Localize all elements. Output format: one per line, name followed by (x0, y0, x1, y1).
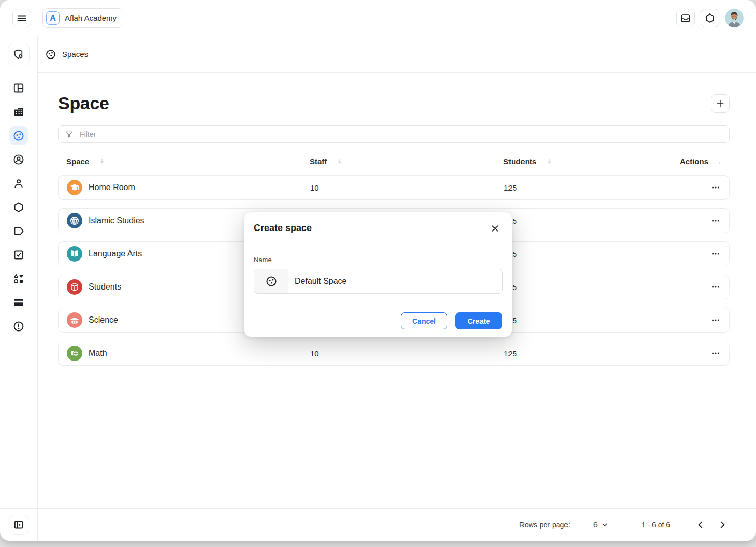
footer-rail (0, 509, 38, 541)
space-name-input[interactable] (288, 269, 502, 293)
students-count: 125 (504, 349, 679, 358)
chevron-left-icon (696, 520, 705, 529)
column-space: Space (66, 157, 310, 166)
previous-page-button[interactable] (695, 519, 706, 530)
notifications-button[interactable] (701, 9, 719, 27)
page-title: Space (58, 93, 109, 113)
sidebar-item-organization[interactable] (9, 103, 28, 121)
menu-icon (16, 12, 27, 24)
row-actions-button[interactable] (707, 282, 721, 292)
sort-arrow-icon[interactable] (98, 157, 106, 165)
inbox-button[interactable] (676, 9, 695, 27)
ellipsis-icon (710, 182, 721, 193)
breadcrumb-label: Spaces (62, 50, 88, 59)
topbar-actions (676, 9, 744, 27)
person-icon (12, 177, 25, 190)
sidebar-item-alerts[interactable] (9, 317, 28, 336)
menu-button[interactable] (12, 9, 31, 27)
spaces-icon (12, 129, 25, 142)
breadcrumb: Spaces (38, 36, 756, 73)
plus-icon (715, 98, 725, 109)
sort-arrow-icon[interactable] (718, 157, 721, 165)
brand-logo: A (46, 11, 60, 25)
modal-header: Create space (244, 212, 512, 244)
column-students: Students (503, 157, 680, 166)
row-actions-button[interactable] (707, 249, 721, 259)
students-count: 125 (504, 283, 679, 292)
admin-mode-button[interactable] (8, 44, 30, 65)
column-staff: Staff (310, 157, 503, 166)
graduation-cap-icon (67, 180, 82, 195)
sidebar-item-accounts[interactable] (9, 150, 28, 169)
ellipsis-icon (710, 348, 721, 358)
open-book-icon (67, 246, 82, 262)
shield-user-icon (12, 48, 25, 61)
tag-icon (12, 225, 25, 237)
account-circle-icon (12, 153, 25, 166)
building-icon (12, 106, 25, 118)
spaces-icon (45, 49, 56, 60)
next-page-button[interactable] (717, 519, 728, 530)
table-row: Home Room 10 125 (58, 175, 730, 200)
staff-count: 10 (310, 349, 504, 358)
sidebar-item-billing[interactable] (9, 293, 28, 312)
create-button[interactable]: Create (455, 312, 502, 329)
ellipsis-icon (710, 249, 721, 259)
sidebar-item-dashboard[interactable] (9, 79, 28, 97)
sidebar-item-categories[interactable] (9, 269, 28, 288)
sidebar-item-badges[interactable] (9, 198, 28, 217)
row-actions-button[interactable] (707, 182, 721, 193)
alert-icon (12, 320, 25, 333)
organization-switcher[interactable]: A Aflah Academy (42, 8, 123, 28)
input-prefix (254, 269, 288, 293)
dashboard-icon (12, 82, 25, 94)
hexagon-icon (12, 201, 25, 213)
sort-arrow-icon[interactable] (336, 157, 343, 165)
modal-close-button[interactable] (489, 222, 501, 235)
title-row: Space (58, 93, 730, 113)
filter-box (58, 125, 730, 143)
students-count: 125 (504, 250, 679, 258)
modal-title: Create space (254, 223, 312, 234)
app-window: A Aflah Academy Spaces Space (0, 0, 756, 541)
add-space-button[interactable] (711, 94, 730, 113)
cancel-button[interactable]: Cancel (401, 312, 447, 329)
sidebar-toggle-button[interactable] (9, 515, 28, 535)
rail-top (0, 36, 38, 73)
chevron-down-icon (601, 521, 608, 528)
name-field-label: Name (254, 256, 503, 264)
rows-per-page-label: Rows per page: (519, 521, 570, 529)
pager-buttons (695, 519, 728, 530)
row-actions-button[interactable] (707, 348, 721, 358)
sidebar (0, 73, 38, 508)
user-avatar[interactable] (725, 9, 744, 27)
rows-per-page-select[interactable]: 6 (593, 521, 608, 529)
sidebar-item-people[interactable] (9, 174, 28, 193)
checkbox-icon (12, 249, 25, 261)
top-bar: A Aflah Academy (0, 0, 756, 36)
filter-input[interactable] (79, 129, 723, 139)
pagination: Rows per page: 6 1 - 6 of 6 (38, 509, 756, 541)
cube-icon (67, 279, 82, 295)
hexagon-icon (704, 12, 716, 24)
circle-plus-icon (67, 346, 82, 361)
modal-footer: Cancel Create (244, 305, 512, 337)
pagination-range: 1 - 6 of 6 (642, 521, 670, 529)
sort-arrow-icon[interactable] (546, 157, 553, 165)
column-actions: Actions (680, 157, 721, 166)
chevron-right-icon (718, 520, 727, 529)
sidebar-item-tasks[interactable] (9, 246, 28, 264)
funnel-icon (65, 130, 74, 139)
modal-body: Name (244, 244, 512, 305)
sidebar-item-spaces[interactable] (9, 126, 28, 145)
table-row: Math 10 125 (58, 341, 730, 366)
close-icon (490, 224, 500, 233)
brand-name: Aflah Academy (65, 13, 117, 22)
row-actions-button[interactable] (707, 315, 721, 325)
sidebar-item-tags[interactable] (9, 222, 28, 240)
students-count: 125 (504, 183, 679, 192)
footer: Rows per page: 6 1 - 6 of 6 (0, 508, 756, 541)
row-actions-button[interactable] (707, 215, 721, 226)
ellipsis-icon (710, 282, 721, 292)
students-count: 125 (504, 316, 679, 325)
